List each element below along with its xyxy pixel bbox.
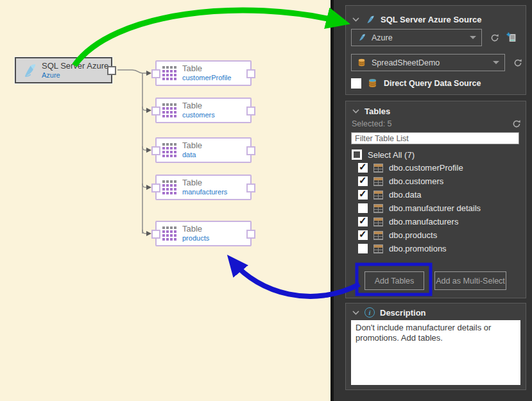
direct-query-checkbox[interactable] (351, 78, 361, 89)
table-label: dbo.promotions (389, 244, 447, 253)
table-checkbox[interactable] (358, 230, 368, 240)
refresh-tables-button[interactable] (510, 117, 523, 130)
description-section: i Description Don't include manufacturer… (345, 303, 526, 390)
database-dropdown-value: SpreadSheetDemo (372, 58, 440, 67)
sql-server-icon (357, 33, 366, 42)
chevron-down-icon (470, 36, 476, 39)
source-node-sql-server-azure[interactable]: SQL Server Azure Azure (15, 57, 112, 83)
table-checkbox[interactable] (358, 190, 368, 200)
direct-query-database-icon (367, 78, 378, 89)
table-label: dbo.customerProfile (389, 163, 463, 173)
tables-section-title: Tables (365, 107, 390, 116)
sql-server-icon (365, 14, 375, 25)
add-as-multi-select-button[interactable]: Add as Multi-Select (434, 271, 506, 290)
table-label: dbo.products (389, 230, 437, 240)
table-node-title: Table (182, 178, 227, 188)
select-all-label: Select All (7) (368, 150, 415, 160)
sql-server-icon (21, 62, 38, 79)
table-grid-icon (162, 226, 177, 241)
table-label: dbo.customers (389, 176, 443, 186)
table-node-title: Table (182, 101, 215, 111)
table-checkbox[interactable] (358, 203, 368, 213)
refresh-connectors-button[interactable] (488, 31, 501, 44)
table-icon (373, 191, 383, 200)
table-list-item[interactable]: dbo.manufacturer details (358, 203, 481, 213)
select-all-checkbox[interactable] (352, 149, 362, 160)
select-all-row[interactable]: Select All (7) (352, 149, 415, 160)
input-port[interactable] (151, 146, 160, 155)
output-port[interactable] (246, 146, 255, 155)
filter-table-list-input[interactable] (351, 132, 519, 144)
table-icon (373, 244, 383, 253)
table-icon (373, 177, 383, 186)
description-section-title: Description (380, 308, 426, 318)
database-dropdown[interactable]: SpreadSheetDemo (351, 54, 505, 71)
table-node-customerProfile[interactable]: Table customerProfile (155, 60, 252, 86)
table-list-item[interactable]: dbo.promotions (358, 244, 447, 253)
table-grid-icon (162, 66, 177, 81)
selected-count-label: Selected: 5 (352, 119, 392, 128)
output-port[interactable] (246, 230, 255, 239)
source-section-title: SQL Server Azure Source (381, 15, 482, 24)
direct-query-row[interactable]: Direct Query Data Source (351, 78, 481, 89)
input-port[interactable] (151, 183, 160, 192)
table-node-subtitle: customers (182, 111, 215, 119)
table-node-customers[interactable]: Table customers (155, 98, 252, 123)
table-checkbox[interactable] (358, 244, 368, 253)
table-grid-icon (162, 143, 177, 158)
table-label: dbo.manufacturers (389, 217, 458, 226)
direct-query-label: Direct Query Data Source (384, 79, 481, 88)
input-port[interactable] (151, 107, 160, 115)
table-node-products[interactable]: Table products (155, 221, 252, 246)
table-checkbox[interactable] (358, 217, 368, 226)
table-node-manufacturers[interactable]: Table manufacturers (155, 175, 252, 200)
output-port[interactable] (107, 66, 116, 75)
chevron-down-icon[interactable] (352, 17, 359, 22)
table-icon (373, 231, 383, 240)
table-grid-icon (162, 103, 177, 118)
source-node-title: SQL Server Azure (42, 62, 108, 71)
source-node-subtitle: Azure (42, 71, 108, 80)
database-icon (357, 58, 366, 67)
table-node-subtitle: customerProfile (182, 74, 231, 82)
add-tables-button[interactable]: Add Tables (365, 271, 424, 290)
description-textarea[interactable]: Don't include manufacturer details or pr… (351, 320, 520, 385)
source-section-header[interactable]: SQL Server Azure Source (352, 14, 482, 25)
table-list-item[interactable]: dbo.manufacturers (358, 217, 458, 226)
table-list-item[interactable]: dbo.data (358, 190, 422, 200)
output-port[interactable] (246, 69, 255, 78)
chevron-down-icon[interactable] (352, 311, 359, 315)
input-port[interactable] (151, 69, 160, 78)
tables-section: Tables Selected: 5 Select All (7) dbo.cu… (345, 101, 526, 298)
table-node-title: Table (182, 225, 209, 234)
table-node-subtitle: manufacturers (182, 188, 227, 196)
output-port[interactable] (246, 183, 255, 192)
output-port[interactable] (246, 107, 255, 115)
input-port[interactable] (151, 230, 160, 239)
table-node-subtitle: data (182, 151, 202, 159)
chevron-down-icon[interactable] (352, 109, 359, 114)
table-checkbox[interactable] (358, 163, 368, 173)
new-data-connector-icon[interactable] (505, 31, 518, 44)
table-list-item[interactable]: dbo.customerProfile (358, 163, 463, 173)
info-icon: i (365, 307, 375, 318)
table-icon (373, 218, 383, 226)
chevron-down-icon (493, 61, 499, 64)
table-list-item[interactable]: dbo.customers (358, 176, 443, 186)
properties-panel: SQL Server Azure Source Azure (334, 0, 532, 401)
table-icon (373, 164, 383, 173)
connector-dropdown[interactable]: Azure (351, 29, 482, 46)
table-node-title: Table (182, 141, 202, 151)
description-section-header[interactable]: i Description (352, 307, 426, 318)
table-label: dbo.data (389, 190, 422, 200)
table-checkbox[interactable] (358, 176, 368, 186)
diagram-canvas[interactable]: SQL Server Azure Azure Table customerPro… (0, 0, 330, 401)
source-section: SQL Server Azure Source Azure (345, 5, 526, 95)
table-node-title: Table (182, 64, 231, 74)
table-grid-icon (162, 180, 177, 195)
table-list-item[interactable]: dbo.products (358, 230, 437, 240)
tables-section-header[interactable]: Tables (352, 107, 390, 116)
table-node-data[interactable]: Table data (155, 137, 252, 163)
refresh-databases-button[interactable] (511, 56, 524, 69)
table-label: dbo.manufacturer details (389, 203, 481, 213)
